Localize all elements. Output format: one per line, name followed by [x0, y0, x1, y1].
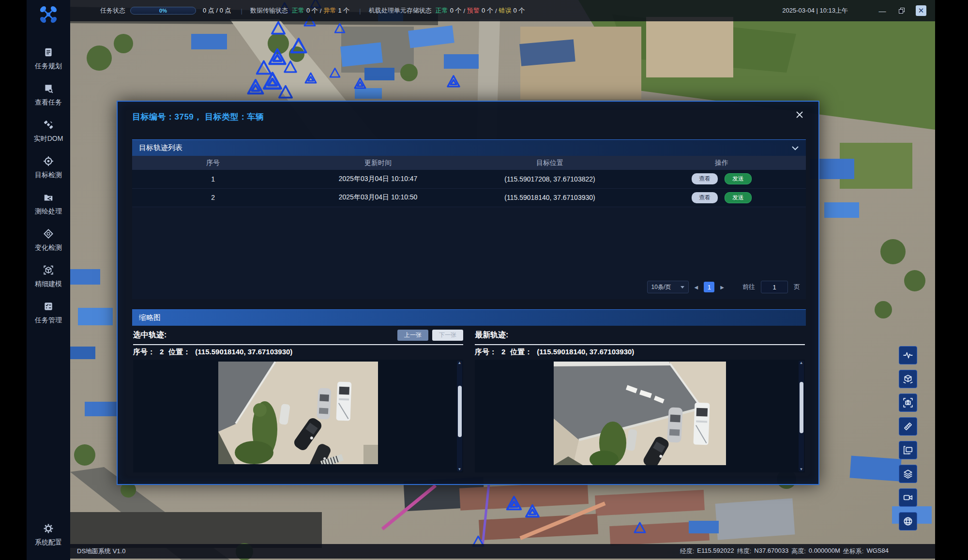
- sidebar-item-fine-modeling[interactable]: 精细建模: [27, 258, 70, 295]
- divider: [475, 344, 805, 345]
- target-icon: [43, 156, 54, 166]
- video-icon: [903, 492, 913, 503]
- chevron-down-icon[interactable]: [791, 144, 799, 152]
- sidebar-item-label: 系统配置: [35, 538, 62, 547]
- seq-label: 序号：: [133, 348, 155, 357]
- view-button[interactable]: 查看: [692, 192, 718, 203]
- measure-icon: [903, 421, 913, 432]
- sidebar-item-system-config[interactable]: 系统配置: [27, 517, 70, 553]
- storage-error-label: 错误: [499, 6, 512, 15]
- current-page-button[interactable]: 1: [704, 282, 714, 292]
- send-button[interactable]: 发送: [725, 173, 752, 184]
- track-list-section-header[interactable]: 目标轨迹列表: [132, 139, 806, 156]
- cell-pos: (115.59018140, 37.67103930): [462, 188, 637, 207]
- sidebar-item-view-tasks[interactable]: 查看任务: [27, 77, 70, 113]
- sidebar-item-mission-planning[interactable]: 任务规划: [27, 41, 70, 77]
- col-seq: 序号: [132, 156, 294, 170]
- model-3d-tool-button[interactable]: [899, 370, 917, 388]
- restore-button[interactable]: [896, 5, 907, 16]
- window-close-button[interactable]: ✕: [916, 5, 926, 16]
- divider: [133, 344, 463, 345]
- caret-down-icon: [681, 286, 684, 288]
- thumbnail-section-header[interactable]: 缩略图: [132, 309, 806, 326]
- scroll-down-icon[interactable]: ▼: [457, 467, 462, 471]
- scroll-down-icon[interactable]: ▼: [799, 467, 804, 471]
- task-progress-bar: 0%: [130, 7, 196, 15]
- scrollbar-thumb[interactable]: [458, 386, 462, 437]
- storage-warn-value: 0 个: [482, 6, 493, 15]
- measure-tool-button[interactable]: [899, 417, 917, 436]
- app-logo-drone-icon: [39, 5, 58, 26]
- waveform-tool-button[interactable]: [899, 346, 917, 364]
- col-update-time: 更新时间: [294, 156, 462, 170]
- selected-track-label: 选中轨迹:: [133, 330, 166, 340]
- task-status-label: 任务状态: [100, 6, 125, 15]
- crs-label: 坐标系:: [843, 547, 864, 556]
- globe-icon: [903, 516, 913, 527]
- globe-tool-button[interactable]: [899, 512, 917, 530]
- view-button[interactable]: 查看: [692, 173, 718, 184]
- goto-label: 前往: [742, 283, 755, 291]
- minimize-button[interactable]: —: [877, 5, 888, 16]
- page-size-select[interactable]: 10条/页: [647, 281, 689, 293]
- sidebar-item-task-management[interactable]: 任务管理: [27, 295, 70, 331]
- latest-track-thumbnail[interactable]: [554, 362, 726, 465]
- selected-track-image-area: ▲ ▼: [133, 360, 463, 472]
- change-detect-icon: [43, 228, 54, 239]
- next-image-button[interactable]: 下一张: [432, 330, 463, 341]
- sidebar-item-label: 变化检测: [35, 243, 62, 252]
- task-progress-value: 0%: [159, 8, 167, 14]
- gear-icon: [43, 523, 54, 534]
- camera-capture-tool-button[interactable]: [899, 394, 917, 412]
- pagination-bar: 10条/页 ◀ 1 ▶ 前往 1 页: [132, 280, 806, 294]
- dialog-title: 目标编号：3759， 目标类型：车辆: [132, 111, 264, 122]
- sidebar-item-label: 查看任务: [35, 98, 62, 107]
- altitude-value: 0.000000M: [809, 547, 840, 556]
- slash: /: [320, 7, 322, 15]
- transfer-abnormal-label: 异常: [323, 6, 336, 15]
- cell-seq: 1: [132, 170, 294, 188]
- prev-page-button[interactable]: ◀: [695, 285, 698, 290]
- transfer-normal-label: 正常: [292, 6, 304, 15]
- screen-capture-tool-button[interactable]: [899, 441, 917, 459]
- selected-track-thumbnail[interactable]: [218, 362, 378, 464]
- longitude-value: E115.592022: [697, 547, 734, 556]
- cell-time: 2025年03月04日 10:10:47: [294, 170, 462, 188]
- sidebar-item-target-detection[interactable]: 目标检测: [27, 150, 70, 186]
- sidebar-item-label: 精细建模: [35, 280, 62, 288]
- latest-track-panel: 最新轨迹: 序号： 2 位置： (115.59018140, 37.671039…: [474, 326, 806, 472]
- sidebar-item-mapping-processing[interactable]: 测绘处理: [27, 186, 70, 222]
- transfer-abnormal-value: 1 个: [338, 6, 349, 15]
- vertical-scrollbar[interactable]: ▲ ▼: [799, 361, 804, 471]
- scroll-up-icon[interactable]: ▲: [799, 361, 804, 365]
- task-points: 0 点 / 0 点: [203, 6, 231, 15]
- pos-label: 位置：: [168, 348, 190, 357]
- left-sidebar: 任务规划 查看任务 实时DOM 目标检测 测绘处理 变化检测 精细建模 任务管理…: [27, 0, 70, 560]
- sidebar-item-change-detection[interactable]: 变化检测: [27, 222, 70, 258]
- vertical-scrollbar[interactable]: ▲ ▼: [457, 361, 462, 471]
- goto-page-input[interactable]: 1: [761, 281, 788, 293]
- seq-value: 2: [501, 348, 505, 357]
- transfer-normal-value: 0 个: [306, 6, 318, 15]
- app-version: DS地面系统 V1.0: [77, 547, 125, 556]
- next-page-button[interactable]: ▶: [720, 285, 724, 290]
- sidebar-item-label: 目标检测: [35, 171, 62, 180]
- cell-time: 2025年03月04日 10:10:50: [294, 188, 462, 207]
- prev-image-button[interactable]: 上一张: [397, 330, 428, 341]
- dialog-close-button[interactable]: [793, 108, 806, 121]
- scroll-up-icon[interactable]: ▲: [457, 361, 462, 365]
- sidebar-item-label: 实时DOM: [34, 135, 63, 143]
- sidebar-item-realtime-dom[interactable]: 实时DOM: [27, 113, 70, 150]
- scrollbar-thumb[interactable]: [800, 382, 803, 433]
- send-button[interactable]: 发送: [725, 192, 752, 203]
- top-status-bar: 任务状态 0% 0 点 / 0 点 | 数据传输状态 正常 0 个 / 异常 1…: [70, 0, 935, 21]
- bottom-status-bar: DS地面系统 V1.0 经度: E115.592022 纬度: N37.6700…: [70, 544, 935, 559]
- video-tool-button[interactable]: [899, 488, 917, 507]
- table-row[interactable]: 2 2025年03月04日 10:10:50 (115.59018140, 37…: [132, 188, 806, 207]
- layers-tool-button[interactable]: [899, 465, 917, 483]
- latitude-value: N37.670033: [754, 547, 788, 556]
- thumbnail-title: 缩略图: [139, 313, 161, 322]
- layers-icon: [903, 469, 913, 479]
- table-row[interactable]: 1 2025年03月04日 10:10:47 (115.59017208, 37…: [132, 170, 806, 188]
- restore-icon: [899, 8, 905, 14]
